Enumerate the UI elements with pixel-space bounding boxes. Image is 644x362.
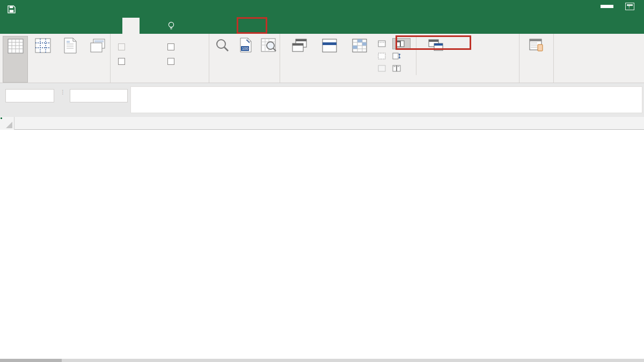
ribbon-display-options-icon[interactable] [625, 3, 634, 10]
formula-bar-row: ⋮ [0, 83, 644, 117]
tab-data[interactable] [88, 18, 105, 34]
normal-view-button[interactable] [3, 36, 28, 83]
enter-icon[interactable] [89, 90, 108, 102]
quick-access-toolbar [8, 2, 34, 16]
normal-view-icon [7, 38, 24, 54]
divider: ⋮ [60, 91, 62, 101]
lightbulb-icon [167, 21, 175, 31]
page-layout-icon [62, 38, 79, 54]
synchronous-scrolling-button[interactable] [392, 50, 411, 62]
excel-window: 100 [0, 0, 644, 362]
group-zoom: 100 [209, 34, 280, 83]
arrange-all-icon [321, 38, 338, 54]
tab-insert[interactable] [36, 18, 54, 34]
tab-page-layout[interactable] [54, 18, 71, 34]
tab-formulas[interactable] [71, 18, 88, 34]
bottom-scrollbar-strip[interactable] [0, 359, 644, 362]
divider [416, 37, 416, 75]
group-show [111, 34, 209, 83]
zoom-to-selection-button[interactable] [258, 36, 280, 83]
name-box[interactable] [5, 89, 54, 102]
gridlines-checkbox[interactable] [118, 58, 160, 65]
switch-windows-icon [427, 38, 444, 54]
custom-views-button[interactable] [85, 36, 110, 83]
ribbon: 100 [0, 34, 644, 83]
tab-help[interactable] [140, 18, 157, 34]
checkbox-checked-icon [118, 58, 125, 65]
switch-windows-button[interactable] [420, 36, 452, 83]
zoom-100-button[interactable]: 100 [235, 36, 257, 83]
split-button[interactable] [378, 38, 388, 49]
zoom-to-selection-icon [260, 38, 277, 54]
titlebar [0, 0, 644, 18]
zoom-100-icon: 100 [237, 38, 254, 54]
freeze-panes-button[interactable] [346, 36, 374, 83]
ribbon-tab-bar [0, 18, 644, 34]
view-side-by-side-button[interactable] [392, 38, 411, 49]
view-side-by-side-icon [396, 40, 405, 47]
unhide-icon [378, 65, 386, 72]
tab-file[interactable] [0, 18, 19, 34]
ribbon-empty-space [554, 34, 644, 83]
formula-input[interactable] [130, 86, 642, 113]
group-window [280, 34, 519, 83]
formula-bar-checkbox[interactable] [167, 43, 209, 50]
ruler-checkbox [118, 43, 160, 50]
group-macros [519, 34, 554, 83]
sheet-area [0, 117, 644, 362]
page-layout-view-button[interactable] [57, 36, 83, 83]
page-break-preview-icon [34, 38, 52, 54]
tab-review[interactable] [105, 18, 122, 34]
checkbox-checked-icon [118, 43, 125, 50]
split-icon [378, 40, 386, 47]
zoom-icon [214, 38, 231, 54]
arrange-all-button[interactable] [316, 36, 343, 83]
new-window-icon [291, 38, 308, 54]
page-break-preview-button[interactable] [30, 36, 55, 83]
tell-me-box[interactable] [157, 18, 180, 34]
synchronous-scrolling-icon [392, 53, 401, 60]
svg-text:100: 100 [241, 47, 248, 50]
window-title [0, 0, 644, 18]
new-window-button[interactable] [286, 36, 313, 83]
column-headers [0, 117, 644, 130]
save-icon[interactable] [8, 5, 16, 13]
headings-checkbox[interactable] [167, 58, 209, 65]
active-cell-selection[interactable] [0, 117, 2, 119]
fill-handle[interactable] [0, 117, 3, 120]
macros-button[interactable] [523, 36, 551, 83]
cancel-icon[interactable] [70, 90, 89, 102]
unhide-button [378, 63, 388, 74]
sign-in-button[interactable] [601, 5, 613, 8]
reset-window-position-button[interactable] [392, 63, 411, 74]
formula-buttons [70, 89, 128, 102]
custom-views-icon [89, 38, 106, 54]
macros-icon [528, 38, 545, 54]
checkbox-checked-icon [167, 43, 174, 50]
insert-function-icon[interactable] [108, 90, 127, 102]
group-workbook-views [0, 34, 111, 83]
hide-button[interactable] [378, 50, 388, 62]
freeze-panes-icon [351, 38, 368, 54]
tab-home[interactable] [19, 18, 36, 34]
reset-window-position-icon [392, 65, 401, 72]
hide-icon [378, 53, 386, 60]
checkbox-checked-icon [167, 58, 174, 65]
tab-view[interactable] [122, 18, 140, 34]
zoom-button[interactable] [211, 36, 233, 83]
